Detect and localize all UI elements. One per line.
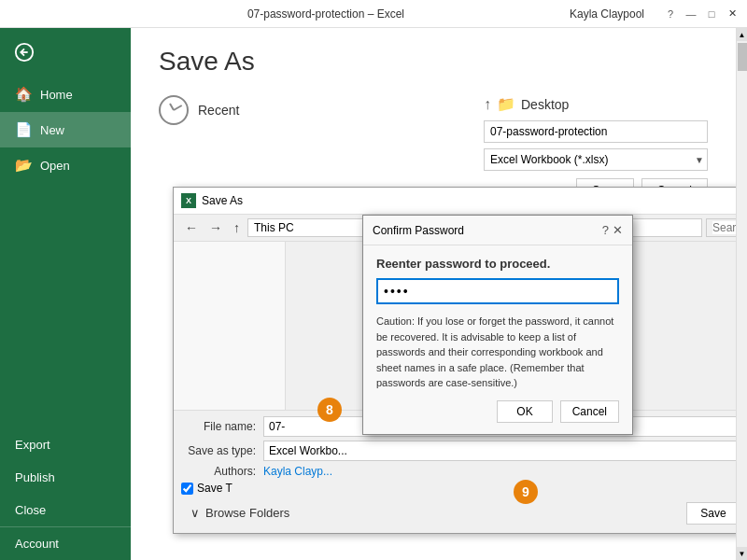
scroll-thumb[interactable]	[738, 43, 747, 71]
new-icon: 📄	[15, 121, 33, 138]
path-text: This PC	[254, 221, 294, 234]
save-thumbnail-checkbox[interactable]	[181, 483, 193, 495]
sidebar-item-home[interactable]: 🏠 Home	[0, 77, 131, 112]
search-bar: 🔍	[706, 218, 736, 237]
user-name: Kayla Claypool	[570, 7, 644, 21]
sidebar-item-new[interactable]: 📄 New	[0, 112, 131, 147]
forward-nav-button[interactable]: →	[205, 218, 226, 237]
chevron-down-icon: ∨	[190, 506, 200, 520]
filetype-select[interactable]: Excel Workbook (*.xlsx)	[484, 148, 708, 171]
confirm-dialog-titlebar: Confirm Password ? ✕	[363, 216, 632, 245]
search-input[interactable]	[712, 221, 736, 234]
confirm-password-dialog: Confirm Password ? ✕ Reenter password to…	[362, 215, 633, 435]
sidebar-home-label: Home	[40, 88, 73, 102]
confirm-ok-button[interactable]: OK	[497, 400, 552, 423]
confirm-dialog-actions: OK Cancel	[376, 400, 619, 423]
excel-icon: X	[181, 193, 196, 208]
titlebar: 07-password-protection – Excel Kayla Cla…	[0, 0, 747, 28]
help-button[interactable]: ?	[663, 7, 678, 21]
scroll-up-button[interactable]: ▲	[737, 28, 748, 41]
sidebar-item-export[interactable]: Export	[0, 428, 131, 461]
save-thumbnail-label: Save T	[197, 482, 233, 495]
sidebar-new-label: New	[40, 123, 64, 137]
footer-authors-row: Authors: Kayla Clayp...	[181, 465, 736, 478]
filetype-label: Save as type:	[181, 444, 256, 457]
open-icon: 📂	[15, 157, 33, 174]
home-icon: 🏠	[15, 86, 33, 103]
back-nav-button[interactable]: ←	[181, 218, 202, 237]
window-title: 07-password-protection – Excel	[82, 7, 570, 21]
filename-label: File name:	[181, 420, 256, 433]
step-badge-9: 9	[514, 480, 538, 504]
sidebar: 🏠 Home 📄 New 📂 Open Export Publish Close…	[0, 28, 131, 560]
authors-label: Authors:	[181, 465, 256, 478]
confirm-dialog-body: Reenter password to proceed. Caution: If…	[363, 245, 632, 434]
clock-icon	[159, 95, 189, 125]
step-badge-8: 8	[317, 398, 342, 422]
sidebar-item-open[interactable]: 📂 Open	[0, 147, 131, 183]
folder-icon: 📁	[497, 95, 515, 113]
browse-folders-label: Browse Folders	[205, 506, 289, 520]
desktop-nav: ↑ 📁 Desktop	[484, 95, 708, 113]
sidebar-publish-label: Publish	[15, 470, 55, 484]
dialog-save-button[interactable]: Save	[686, 502, 736, 525]
vertical-scrollbar[interactable]: ▲ ▼	[736, 28, 747, 560]
close-window-button[interactable]: ✕	[725, 7, 740, 21]
sidebar-close-label: Close	[15, 503, 46, 517]
page-title: Save As	[131, 28, 736, 86]
sidebar-item-account[interactable]: Account	[0, 527, 131, 560]
sidebar-export-label: Export	[15, 438, 50, 452]
confirm-help-button[interactable]: ?	[602, 223, 609, 237]
main-layout: 🏠 Home 📄 New 📂 Open Export Publish Close…	[0, 28, 747, 560]
up-nav-button[interactable]: ↑	[230, 218, 244, 237]
confirm-prompt: Reenter password to proceed.	[376, 257, 619, 271]
sidebar-account-label: Account	[15, 537, 59, 551]
desktop-label: Desktop	[521, 97, 569, 112]
back-button[interactable]	[6, 34, 43, 71]
file-dialog-left-panel	[174, 242, 286, 410]
footer-filetype-row: Save as type: Excel Workbo... ▼	[181, 441, 736, 461]
confirm-warning: Caution: If you lose or forget the passw…	[376, 314, 619, 391]
browse-folders-toggle[interactable]: ∨ Browse Folders	[181, 498, 299, 527]
sidebar-item-publish[interactable]: Publish	[0, 461, 131, 494]
footer-thumbnail-row: Save T	[181, 482, 736, 495]
filename-input[interactable]	[484, 120, 708, 143]
scroll-down-button[interactable]: ▼	[737, 547, 748, 560]
confirm-dialog-title: Confirm Password	[373, 224, 464, 237]
window-controls: ? — □ ✕	[663, 7, 740, 21]
confirm-cancel-button[interactable]: Cancel	[560, 400, 619, 423]
confirm-close-button[interactable]: ✕	[613, 223, 623, 237]
sidebar-item-close[interactable]: Close	[0, 494, 131, 526]
minimize-button[interactable]: —	[684, 7, 698, 21]
recent-label: Recent	[159, 95, 446, 125]
sidebar-open-label: Open	[40, 159, 70, 173]
footer-filetype-select[interactable]: Excel Workbo...	[263, 441, 736, 461]
content-area: Save As Recent ↑ 📁 Desktop	[131, 28, 736, 560]
maximize-button[interactable]: □	[704, 7, 719, 21]
file-dialog-titlebar: X Save As ✕	[174, 188, 736, 215]
author-name: Kayla Clayp...	[263, 465, 332, 478]
up-arrow-icon[interactable]: ↑	[484, 96, 491, 113]
file-dialog-title: Save As	[202, 194, 243, 207]
confirm-password-input[interactable]	[376, 278, 619, 304]
